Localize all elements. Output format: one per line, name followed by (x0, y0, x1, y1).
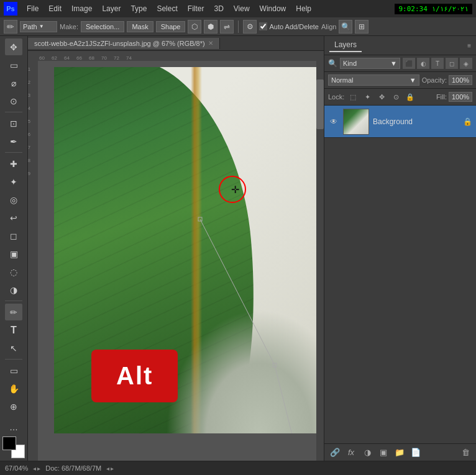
settings-icon[interactable]: ⚙ (243, 20, 257, 34)
layers-panel-expand[interactable]: ≡ (467, 42, 471, 49)
menu-3d[interactable]: 3D (209, 2, 227, 15)
lock-position-icon[interactable]: ✥ (375, 91, 388, 102)
fx-icon[interactable]: fx (344, 446, 358, 459)
auto-add-delete-checkbox[interactable]: Auto Add/Delete (259, 22, 319, 30)
tool-brush[interactable]: ✦ (5, 173, 22, 190)
layer-name: Background (373, 117, 459, 126)
fill-value[interactable]: 100% (449, 92, 472, 102)
menu-type[interactable]: Type (126, 2, 151, 15)
path-icon-1[interactable]: ⬡ (188, 20, 201, 34)
blend-mode-dropdown[interactable]: Normal▼ (328, 75, 419, 86)
menu-bar: Ps File Edit Image Layer Type Select Fil… (0, 0, 476, 17)
tool-pen[interactable]: ✏ (5, 304, 22, 320)
tool-clone[interactable]: ◎ (5, 191, 22, 208)
menu-image[interactable]: Image (67, 2, 96, 15)
path-dropdown[interactable]: Path▼ (20, 21, 57, 32)
ps-logo: Ps (4, 2, 17, 16)
layers-search-bar: 🔍 Kind▼ ⬛ ◐ T ◻ ◈ (324, 55, 476, 72)
layers-search-icon: 🔍 (328, 59, 337, 68)
tool-quick-select[interactable]: ⊙ (5, 93, 22, 109)
menu-file[interactable]: File (22, 2, 43, 15)
tool-eraser[interactable]: ◻ (5, 227, 22, 244)
options-bar: ✏ Path▼ Make: Selection... Mask Shape ⬡ … (0, 17, 476, 36)
menu-window[interactable]: Window (255, 2, 291, 15)
filter-adjust-icon[interactable]: ◐ (417, 58, 429, 69)
lock-transparent-icon[interactable]: ⬚ (347, 91, 359, 102)
tool-dodge[interactable]: ◑ (5, 281, 22, 298)
menu-edit[interactable]: Edit (44, 2, 66, 15)
lock-artboard-icon[interactable]: ⊙ (390, 91, 402, 102)
layer-visibility-icon[interactable]: 👁 (328, 116, 339, 127)
opacity-value[interactable]: 100% (449, 75, 472, 85)
mask-button[interactable]: Mask (127, 21, 153, 32)
new-group-icon[interactable]: 📁 (393, 446, 406, 459)
path-icon-2[interactable]: ⬢ (204, 20, 217, 34)
tool-crop[interactable]: ⊡ (5, 115, 22, 132)
tool-gradient[interactable]: ▣ (5, 245, 22, 262)
canvas-area: scott-webb-eA2z1JSzZFl-unsplash.jpg @ 67… (28, 36, 324, 461)
main-area: ✥ ▭ ⌀ ⊙ ⊡ ✒ ✚ ✦ ◎ ↩ ◻ ▣ ◌ ◑ ✏ T ↖ ▭ ✋ ⊕ … (0, 36, 476, 461)
foreground-color-swatch[interactable] (2, 437, 16, 450)
pen-tool-icon[interactable]: ✏ (4, 20, 17, 34)
add-adjustment-icon[interactable]: ◑ (360, 446, 374, 459)
tool-path-select[interactable]: ↖ (5, 340, 22, 356)
delete-layer-icon[interactable]: 🗑 (459, 446, 472, 459)
tool-more[interactable]: … (5, 418, 22, 435)
menu-help[interactable]: Help (291, 2, 316, 15)
scroll-right-2[interactable]: ▸ (111, 465, 114, 472)
canvas-wrapper: 123456789 (28, 61, 324, 461)
selection-button[interactable]: Selection... (81, 21, 124, 32)
layer-background[interactable]: 👁 Background 🔒 (324, 106, 476, 138)
menu-layer[interactable]: Layer (98, 2, 125, 15)
scroll-left-2[interactable]: ◂ (106, 465, 109, 472)
tool-blur[interactable]: ◌ (5, 263, 22, 280)
tool-lasso[interactable]: ⌀ (5, 75, 22, 91)
filter-smart-icon[interactable]: ◈ (460, 58, 472, 69)
tool-eyedropper[interactable]: ✒ (5, 133, 22, 150)
menu-view[interactable]: View (229, 2, 254, 15)
tool-zoom[interactable]: ⊕ (5, 398, 22, 415)
menu-filter[interactable]: Filter (183, 2, 209, 15)
filter-shape-icon[interactable]: ◻ (446, 58, 458, 69)
layers-list: 👁 Background 🔒 (324, 106, 476, 443)
tool-type[interactable]: T (5, 322, 22, 338)
layer-kind-dropdown[interactable]: Kind▼ (340, 58, 400, 69)
link-layers-icon[interactable]: 🔗 (328, 446, 342, 459)
tool-healing[interactable]: ✚ (5, 155, 22, 172)
tool-hand[interactable]: ✋ (5, 380, 22, 397)
tool-separator-1 (5, 112, 22, 112)
vertical-scrollbar[interactable] (316, 61, 324, 461)
filter-pixel-icon[interactable]: ⬛ (403, 58, 415, 69)
layers-blend-row: Normal▼ Opacity: 100% (324, 72, 476, 89)
add-mask-icon[interactable]: ▣ (377, 446, 390, 459)
filter-type-icon[interactable]: T (431, 58, 444, 69)
lock-all-icon[interactable]: 🔒 (404, 91, 416, 102)
scroll-right-arrow[interactable]: ▸ (37, 465, 40, 472)
menu-select[interactable]: Select (152, 2, 181, 15)
lock-paint-icon[interactable]: ✦ (361, 91, 373, 102)
canvas-tab[interactable]: scott-webb-eA2z1JSzZFl-unsplash.jpg @ 67… (28, 38, 220, 49)
shape-button[interactable]: Shape (156, 21, 186, 32)
search-icon[interactable]: 🔍 (339, 20, 352, 34)
tool-history[interactable]: ↩ (5, 209, 22, 226)
opacity-row: Opacity: 100% (422, 75, 472, 85)
toolbox: ✥ ▭ ⌀ ⊙ ⊡ ✒ ✚ ✦ ◎ ↩ ◻ ▣ ◌ ◑ ✏ T ↖ ▭ ✋ ⊕ … (0, 36, 28, 461)
status-bar: 67/04% ◂ ▸ Doc: 68/7M/68/7M ◂ ▸ (0, 461, 476, 475)
tool-shape[interactable]: ▭ (5, 362, 22, 379)
new-layer-icon[interactable]: 📄 (409, 446, 423, 459)
tool-marquee[interactable]: ▭ (5, 57, 22, 73)
ruler-horizontal: 60 62 64 66 68 70 72 74 (28, 51, 324, 61)
tool-separator-4 (5, 359, 22, 360)
layers-tab[interactable]: Layers (329, 38, 362, 52)
path-icon-3[interactable]: ⇌ (220, 20, 234, 34)
layer-filter-icons: ⬛ ◐ T ◻ ◈ (403, 58, 472, 69)
vertical-scroll-thumb[interactable] (316, 79, 324, 129)
tab-close-icon[interactable]: ✕ (208, 40, 213, 47)
tool-move[interactable]: ✥ (5, 38, 22, 55)
color-swatches[interactable] (2, 437, 25, 458)
scroll-left-arrow[interactable]: ◂ (33, 465, 36, 472)
layer-lock-icon: 🔒 (463, 117, 472, 126)
grid-icon[interactable]: ⊞ (355, 20, 368, 34)
layers-panel-header: Layers ≡ (324, 36, 476, 55)
canvas-scroll-area[interactable]: ✛ Alt (48, 61, 324, 461)
